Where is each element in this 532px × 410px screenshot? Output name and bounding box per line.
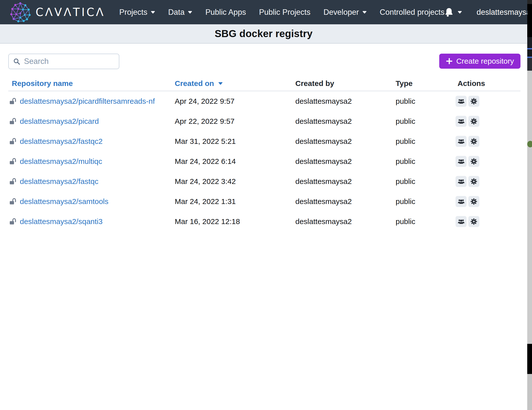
repository-link[interactable]: deslattesmaysa2/picardfiltersamreads-nf — [20, 97, 155, 106]
sliver-segment — [527, 344, 532, 374]
brand[interactable]: CΛVΛTICΛ — [10, 2, 105, 22]
notifications-menu[interactable] — [445, 8, 462, 17]
page-title-bar: SBG docker registry — [0, 24, 527, 44]
created-on-cell: Mar 24, 2022 3:42 — [175, 177, 295, 186]
column-header-created-by: Created by — [295, 79, 396, 88]
sliver-segment — [527, 37, 532, 48]
created-by-cell: deslattesmaysa2 — [295, 97, 396, 106]
nav-menu-item[interactable]: Controlled projects — [380, 8, 445, 17]
repository-link[interactable]: deslattesmaysa2/fastqc2 — [20, 137, 103, 146]
manage-members-button[interactable] — [456, 136, 467, 147]
repository-name-cell: deslattesmaysa2/multiqc — [8, 157, 175, 166]
repository-settings-button[interactable] — [468, 116, 479, 127]
table-row: deslattesmaysa2/fastqc2 Mar 31, 2022 5:2… — [8, 131, 520, 151]
table-body: deslattesmaysa2/picardfiltersamreads-nf … — [8, 91, 520, 232]
background-window-sliver — [527, 0, 532, 410]
manage-members-button[interactable] — [456, 116, 467, 127]
lock-open-icon — [10, 118, 16, 125]
gear-icon — [471, 138, 477, 145]
search-icon — [13, 58, 20, 65]
repository-table: Repository name Created on Created by Ty… — [8, 76, 520, 232]
repository-link[interactable]: deslattesmaysa2/samtools — [20, 197, 109, 206]
actions-cell — [455, 176, 520, 187]
nav-item-label: Projects — [119, 8, 147, 17]
repository-settings-button[interactable] — [468, 96, 479, 107]
created-by-cell: deslattesmaysa2 — [295, 137, 396, 146]
repository-link[interactable]: deslattesmaysa2/picard — [20, 117, 99, 126]
chevron-down-icon — [362, 11, 367, 14]
lock-open-icon — [10, 138, 16, 145]
type-cell: public — [396, 177, 455, 186]
nav-menu-item[interactable]: Public Projects — [259, 8, 310, 17]
column-header-repository-name[interactable]: Repository name — [8, 79, 175, 88]
repository-name-cell: deslattesmaysa2/picardfiltersamreads-nf — [8, 97, 175, 106]
repository-link[interactable]: deslattesmaysa2/fastqc — [20, 177, 99, 186]
gear-icon — [471, 198, 477, 205]
type-cell: public — [396, 97, 455, 106]
repository-name-cell: deslattesmaysa2/sqanti3 — [8, 217, 175, 226]
chevron-down-icon — [151, 11, 155, 14]
nav-menu-item[interactable]: Projects — [119, 8, 155, 17]
repository-link[interactable]: deslattesmaysa2/sqanti3 — [20, 217, 103, 226]
cavatica-logo-icon — [10, 2, 31, 22]
repository-settings-button[interactable] — [468, 196, 479, 207]
search-box[interactable] — [8, 54, 119, 69]
screen: CΛVΛTICΛ Projects Data — [0, 0, 532, 410]
users-icon — [458, 178, 465, 184]
actions-cell — [455, 216, 520, 227]
chevron-down-icon — [458, 11, 462, 14]
manage-members-button[interactable] — [456, 196, 467, 207]
user-menu[interactable]: deslattesmaysa2 — [477, 8, 532, 17]
table-row: deslattesmaysa2/picard Apr 22, 2022 9:57… — [8, 111, 520, 131]
main-content: Create repository Repository name Create… — [0, 44, 527, 410]
create-repository-button[interactable]: Create repository — [439, 54, 520, 69]
sort-desc-icon — [218, 82, 223, 85]
manage-members-button[interactable] — [456, 156, 467, 167]
nav-menu-item[interactable]: Public Apps — [205, 8, 246, 17]
lock-open-icon — [10, 178, 16, 185]
type-cell: public — [396, 197, 455, 206]
nav-menu-item[interactable]: Developer — [323, 8, 367, 17]
column-header-type: Type — [396, 79, 455, 88]
bell-icon — [445, 8, 454, 17]
nav-item-label: Developer — [323, 8, 359, 17]
sliver-segment — [527, 58, 532, 71]
repository-name-cell: deslattesmaysa2/samtools — [8, 197, 175, 206]
created-on-cell: Mar 24, 2022 1:31 — [175, 197, 295, 206]
repository-settings-button[interactable] — [468, 216, 479, 227]
nav-item-label: Public Projects — [259, 8, 310, 17]
repository-settings-button[interactable] — [468, 136, 479, 147]
actions-cell — [455, 116, 520, 127]
created-by-cell: deslattesmaysa2 — [295, 157, 396, 166]
repository-link[interactable]: deslattesmaysa2/multiqc — [20, 157, 102, 166]
manage-members-button[interactable] — [456, 96, 467, 107]
lock-open-icon — [10, 158, 16, 165]
sliver-segment — [527, 71, 532, 344]
repository-settings-button[interactable] — [468, 176, 479, 187]
repository-name-cell: deslattesmaysa2/fastqc — [8, 177, 175, 186]
column-header-created-on[interactable]: Created on — [175, 79, 295, 88]
top-navbar: CΛVΛTICΛ Projects Data — [0, 0, 527, 24]
table-row: deslattesmaysa2/sqanti3 Mar 16, 2022 12:… — [8, 212, 520, 232]
manage-members-button[interactable] — [456, 216, 467, 227]
table-row: deslattesmaysa2/multiqc Mar 24, 2022 6:1… — [8, 151, 520, 171]
type-cell: public — [396, 137, 455, 146]
repository-settings-button[interactable] — [468, 156, 479, 167]
manage-members-button[interactable] — [456, 176, 467, 187]
actions-cell — [455, 136, 520, 147]
chevron-down-icon — [188, 11, 192, 14]
search-input[interactable] — [24, 57, 114, 66]
lock-open-icon — [10, 198, 16, 205]
gear-icon — [471, 118, 477, 125]
toolbar: Create repository — [8, 54, 520, 69]
lock-open-icon — [10, 218, 16, 225]
nav-item-label: Data — [168, 8, 185, 17]
brand-wordmark: CΛVΛTICΛ — [36, 6, 105, 19]
table-row: deslattesmaysa2/picardfiltersamreads-nf … — [8, 91, 520, 111]
created-on-cell: Apr 24, 2022 9:57 — [175, 97, 295, 106]
nav-menu: Projects Data Public Apps — [119, 8, 445, 17]
created-on-cell: Apr 22, 2022 9:57 — [175, 117, 295, 126]
table-row: deslattesmaysa2/fastqc Mar 24, 2022 3:42… — [8, 171, 520, 191]
created-on-cell: Mar 24, 2022 6:14 — [175, 157, 295, 166]
nav-menu-item[interactable]: Data — [168, 8, 192, 17]
